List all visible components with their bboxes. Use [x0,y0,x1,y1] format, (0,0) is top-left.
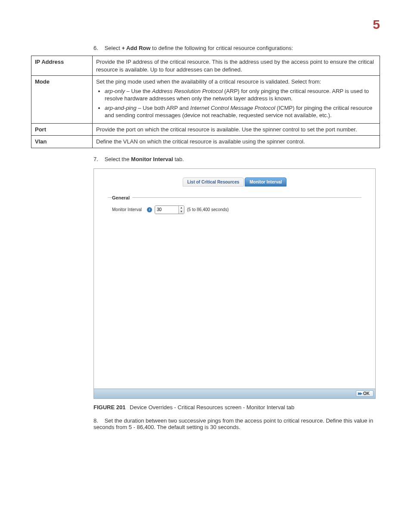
mode-option: arp-only – Use the Address Resolution Pr… [105,87,376,103]
row-desc: Provide the IP address of the critical r… [93,56,380,76]
figure-text: Device Overrides - Critical Resources sc… [130,404,294,411]
ok-button[interactable]: ▶▶ OK [356,390,374,397]
step-text-bold: Monitor Interval [131,156,173,162]
fieldset-legend: General [112,195,132,200]
step-text-post: tab. [173,156,184,162]
spinner-up-icon[interactable]: ▲ [179,206,184,210]
table-row: Port Provide the port on which the criti… [31,123,380,136]
table-row: Mode Set the ping mode used when the ava… [31,76,380,124]
mode-intro: Set the ping mode used when the availabi… [96,78,321,85]
monitor-interval-hint: (5 to 86,400 seconds) [187,207,229,212]
mode-em: Internet Control Message Protocol [190,105,275,111]
row-label: Vlan [31,136,93,148]
info-icon[interactable]: i [147,207,152,212]
row-desc: Provide the port on which the critical r… [93,123,380,136]
mode-em: Address Resolution Protocol [152,88,223,94]
row-desc: Set the ping mode used when the availabi… [93,76,380,124]
screenshot-panel: List of Critical ResourcesMonitor Interv… [93,168,376,399]
mode-term: arp-only [105,88,125,94]
tab-monitor-interval[interactable]: Monitor Interval [245,177,286,187]
step-8: 8. Set the duration between two successi… [93,417,380,430]
row-desc: Define the VLAN on which the critical re… [93,136,380,148]
ok-label: OK [363,391,370,396]
step-text-bold: + Add Row [121,45,150,51]
step-text-pre: Select [105,45,122,51]
monitor-interval-spinner[interactable]: ▲ ▼ [155,205,184,214]
play-icon: ▶▶ [358,392,361,395]
definition-table: IP Address Provide the IP address of the… [31,56,380,148]
tab-bar: List of Critical ResourcesMonitor Interv… [108,177,361,187]
mode-term: arp-and-ping [105,105,137,111]
panel-footer: ▶▶ OK [94,389,375,398]
row-label: Port [31,123,93,136]
figure-label: FIGURE 201 [93,404,125,411]
step-text: Set the duration between two successive … [93,417,373,430]
row-label: Mode [31,76,93,124]
table-row: Vlan Define the VLAN on which the critic… [31,136,380,148]
step-number: 7. [93,156,103,162]
figure-caption: FIGURE 201 Device Overrides - Critical R… [93,404,380,411]
step-7: 7. Select the Monitor Interval tab. [93,156,380,162]
mode-option: arp-and-ping – Use both ARP and Internet… [105,104,376,119]
step-number: 8. [93,417,103,424]
step-text-post: to define the following for critical res… [150,45,293,51]
table-row: IP Address Provide the IP address of the… [31,56,380,76]
step-6: 6. Select + Add Row to define the follow… [93,45,380,51]
monitor-interval-input[interactable] [155,206,178,214]
step-text-pre: Select the [105,156,131,162]
tab-list-critical-resources[interactable]: List of Critical Resources [183,177,244,187]
row-label: IP Address [31,56,93,76]
general-fieldset: General Monitor Interval i ▲ ▼ (5 to 86,… [108,195,361,214]
spinner-down-icon[interactable]: ▼ [179,210,184,214]
step-number: 6. [93,45,103,51]
monitor-interval-label: Monitor Interval [112,207,144,212]
chapter-number: 5 [31,17,380,32]
